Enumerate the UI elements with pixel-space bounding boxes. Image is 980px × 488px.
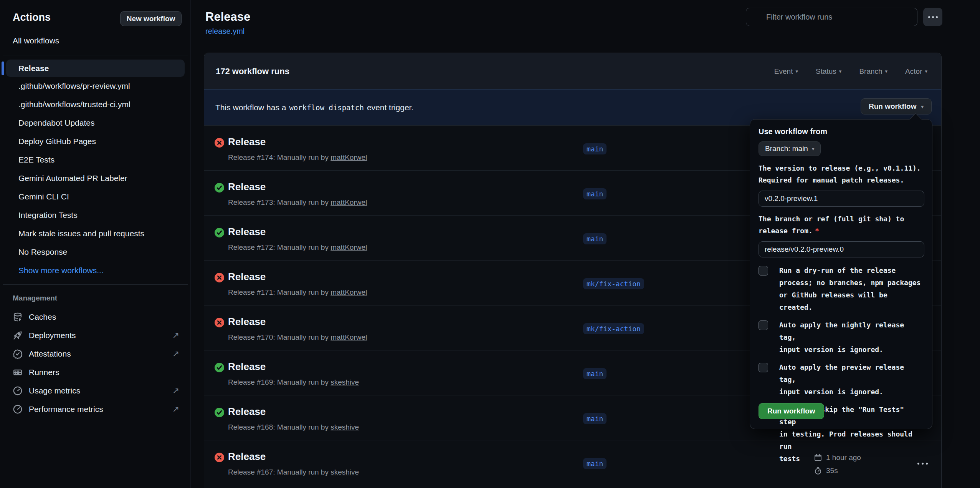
dry-run-checkbox[interactable] — [759, 266, 768, 276]
dry-run-option: Run a dry-run of the release process; no… — [759, 264, 923, 314]
sidebar-item-usage-metrics[interactable]: Usage metrics ↗ — [0, 382, 191, 400]
runs-filters: Event▾ Status▾ Branch▾ Actor▾ — [774, 67, 927, 76]
external-link-icon: ↗ — [172, 330, 179, 340]
failure-status-icon — [215, 453, 224, 462]
sidebar-divider — [3, 284, 188, 285]
sidebar-item-dependabot-updates[interactable]: Dependabot Updates — [0, 114, 191, 132]
sidebar-item-performance-metrics[interactable]: Performance metrics ↗ — [0, 400, 191, 418]
run-subtitle: Release #173: Manually run by mattKorwel — [228, 198, 367, 207]
chevron-down-icon: ▾ — [795, 68, 798, 74]
branch-badge[interactable]: mk/fix-action — [583, 278, 644, 289]
actor-link[interactable]: mattKorwel — [331, 153, 367, 161]
sidebar-item-trusted-ci[interactable]: .github/workflows/trusted-ci.yml — [0, 95, 191, 114]
run-title-link[interactable]: Release — [228, 406, 266, 418]
actor-link[interactable]: skeshive — [331, 468, 359, 476]
external-link-icon: ↗ — [172, 386, 179, 396]
banner-text: This workflow has aworkflow_dispatcheven… — [215, 103, 413, 112]
chevron-down-icon: ▾ — [839, 68, 842, 74]
branch-selector-button[interactable]: Branch: main▾ — [759, 141, 821, 156]
chevron-down-icon: ▾ — [921, 104, 924, 110]
branch-badge[interactable]: main — [583, 413, 607, 424]
sidebar-item-gemini-pr-labeler[interactable]: Gemini Automated PR Labeler — [0, 169, 191, 188]
actor-link[interactable]: mattKorwel — [331, 198, 367, 206]
chevron-down-icon: ▾ — [925, 68, 927, 74]
sidebar-item-mark-stale[interactable]: Mark stale issues and pull requests — [0, 224, 191, 243]
sidebar-title: Actions — [13, 12, 51, 23]
sidebar-item-deployments[interactable]: Deployments ↗ — [0, 326, 191, 345]
preview-tag-checkbox[interactable] — [759, 363, 768, 372]
list-options-kebab-button[interactable] — [923, 8, 942, 26]
runs-count: 172 workflow runs — [216, 66, 289, 76]
run-subtitle: Release #171: Manually run by mattKorwel — [228, 288, 367, 297]
branch-badge[interactable]: main — [583, 233, 607, 244]
actor-link[interactable]: mattKorwel — [331, 288, 367, 296]
management-nav: Caches Deployments ↗ Attestations ↗ Runn… — [0, 308, 191, 418]
run-title-link[interactable]: Release — [228, 136, 266, 148]
actor-link[interactable]: skeshive — [331, 423, 359, 431]
sidebar-item-release[interactable]: Release — [6, 60, 185, 77]
actor-link[interactable]: skeshive — [331, 378, 359, 386]
filter-status-dropdown[interactable]: Status▾ — [816, 67, 841, 76]
page-title: Release — [205, 10, 250, 24]
run-workflow-submit-button[interactable]: Run workflow — [759, 403, 824, 419]
sidebar-item-e2e-tests[interactable]: E2E Tests — [0, 151, 191, 169]
sidebar-item-caches[interactable]: Caches — [0, 308, 191, 326]
nightly-tag-checkbox[interactable] — [759, 320, 768, 330]
branch-badge[interactable]: main — [583, 143, 607, 154]
branch-badge[interactable]: mk/fix-action — [583, 323, 644, 334]
run-title-link[interactable]: Release — [228, 181, 266, 193]
meter-icon — [13, 404, 23, 414]
external-link-icon: ↗ — [172, 404, 179, 414]
required-asterisk: * — [815, 227, 819, 235]
run-workflow-dialog: Use workflow from Branch: main▾ The vers… — [750, 119, 932, 429]
actions-sidebar: Actions New workflow All workflows Relea… — [0, 0, 191, 488]
chevron-down-icon: ▾ — [812, 146, 815, 152]
filter-actor-dropdown[interactable]: Actor▾ — [905, 67, 927, 76]
version-input[interactable] — [759, 191, 924, 207]
run-title-link[interactable]: Release — [228, 361, 266, 373]
success-status-icon — [215, 363, 224, 372]
next-row-partial — [204, 485, 941, 488]
actor-link[interactable]: mattKorwel — [331, 243, 367, 251]
success-status-icon — [215, 183, 224, 193]
branch-badge[interactable]: main — [583, 368, 607, 379]
run-subtitle: Release #167: Manually run by skeshive — [228, 468, 359, 476]
preview-tag-option: Auto apply the preview release tag, inpu… — [759, 361, 923, 398]
run-title-link[interactable]: Release — [228, 226, 266, 238]
run-title-link[interactable]: Release — [228, 451, 266, 463]
filter-branch-dropdown[interactable]: Branch▾ — [859, 67, 887, 76]
runs-list-header: 172 workflow runs Event▾ Status▾ Branch▾… — [204, 53, 941, 90]
nightly-tag-option: Auto apply the nightly release tag, inpu… — [759, 319, 923, 356]
sidebar-item-deploy-github-pages[interactable]: Deploy GitHub Pages — [0, 132, 191, 151]
run-title-link[interactable]: Release — [228, 271, 266, 283]
dialog-title: Use workflow from — [759, 127, 923, 136]
sidebar-item-all-workflows[interactable]: All workflows — [13, 36, 59, 45]
ref-input[interactable] — [759, 241, 924, 257]
sidebar-item-runners[interactable]: Runners — [0, 363, 191, 382]
filter-event-dropdown[interactable]: Event▾ — [774, 67, 798, 76]
sidebar-item-pr-review[interactable]: .github/workflows/pr-review.yml — [0, 77, 191, 95]
sidebar-item-no-response[interactable]: No Response — [0, 243, 191, 261]
branch-badge[interactable]: main — [583, 458, 607, 469]
failure-status-icon — [215, 138, 224, 148]
inline-code: workflow_dispatch — [286, 103, 367, 112]
external-link-icon: ↗ — [172, 349, 179, 359]
sidebar-divider — [3, 55, 188, 55]
stopwatch-icon — [814, 466, 822, 475]
workflow-file-link[interactable]: release.yml — [205, 27, 245, 36]
sidebar-item-attestations[interactable]: Attestations ↗ — [0, 345, 191, 363]
actor-link[interactable]: mattKorwel — [331, 333, 367, 341]
version-field-description: The version to release (e.g., v0.1.11). … — [759, 162, 923, 186]
show-more-workflows-link[interactable]: Show more workflows... — [0, 261, 191, 280]
new-workflow-button[interactable]: New workflow — [120, 11, 182, 26]
run-title-link[interactable]: Release — [228, 316, 266, 328]
run-subtitle: Release #174: Manually run by mattKorwel — [228, 153, 367, 162]
sidebar-item-integration-tests[interactable]: Integration Tests — [0, 206, 191, 224]
run-subtitle: Release #172: Manually run by mattKorwel — [228, 243, 367, 252]
success-status-icon — [215, 408, 224, 417]
branch-badge[interactable]: main — [583, 188, 607, 199]
filter-workflow-runs-input[interactable] — [746, 8, 917, 26]
sidebar-item-gemini-cli-ci[interactable]: Gemini CLI CI — [0, 188, 191, 206]
server-icon — [13, 367, 23, 377]
run-workflow-dropdown-button[interactable]: Run workflow▾ — [861, 98, 932, 115]
